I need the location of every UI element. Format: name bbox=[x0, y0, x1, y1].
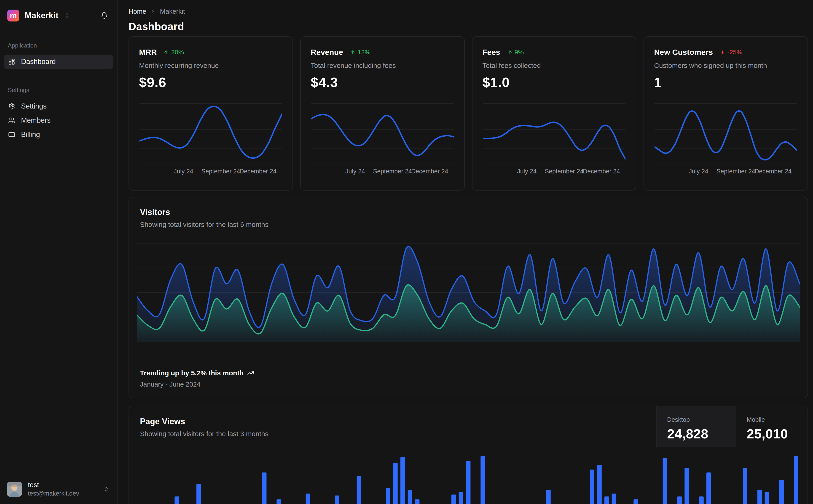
sidebar-nav: Application Dashboard Settings Settings bbox=[0, 42, 117, 142]
main-content: Home Makerkit Dashboard MRR 20% Monthly … bbox=[117, 0, 813, 504]
sidebar-item-label: Dashboard bbox=[21, 58, 56, 66]
page-views-card: Page Views Showing total visitors for th… bbox=[128, 406, 808, 504]
visitors-area-chart bbox=[137, 241, 800, 342]
trending-up-icon bbox=[247, 370, 254, 377]
stat-card-new-customers: New Customers -25% Customers who signed … bbox=[644, 36, 808, 191]
page-views-bar-chart bbox=[137, 453, 800, 504]
page-title: Dashboard bbox=[128, 20, 808, 33]
sidebar-header: m Makerkit bbox=[0, 0, 117, 21]
arrow-up-icon bbox=[163, 50, 169, 55]
stat-delta-badge: 9% bbox=[507, 49, 524, 56]
stat-description: Monthly recurring revenue bbox=[139, 62, 283, 69]
page-views-title: Page Views bbox=[140, 417, 645, 426]
sidebar-item-label: Members bbox=[21, 116, 50, 125]
toggle-desktop[interactable]: Desktop 24,828 bbox=[656, 406, 736, 447]
stat-description: Customers who signed up this month bbox=[654, 62, 797, 69]
workspace-switcher[interactable]: m Makerkit bbox=[7, 10, 70, 21]
sparkline-x-axis: July 24 September 24 December 24 bbox=[654, 168, 797, 175]
gear-icon bbox=[8, 103, 15, 110]
new-customers-sparkline-chart bbox=[655, 102, 797, 164]
stat-value: $9.6 bbox=[139, 74, 283, 90]
sidebar-item-label: Billing bbox=[21, 130, 40, 139]
revenue-sparkline-chart bbox=[311, 102, 454, 164]
stat-card-mrr: MRR 20% Monthly recurring revenue $9.6 J… bbox=[128, 36, 293, 191]
toggle-value: 24,828 bbox=[667, 426, 736, 441]
stat-title: MRR bbox=[139, 48, 157, 57]
stat-description: Total revenue including fees bbox=[311, 62, 454, 69]
sparkline-x-axis: July 24 September 24 December 24 bbox=[139, 168, 283, 175]
visitors-header: Visitors Showing total visitors for the … bbox=[129, 207, 808, 228]
chevrons-up-down-icon bbox=[64, 13, 70, 19]
workspace-name: Makerkit bbox=[25, 11, 58, 20]
page-views-header: Page Views Showing total visitors for th… bbox=[129, 406, 808, 447]
stat-cards-row: MRR 20% Monthly recurring revenue $9.6 J… bbox=[128, 36, 808, 191]
stat-value: 1 bbox=[654, 74, 797, 90]
toggle-label: Desktop bbox=[667, 416, 736, 423]
breadcrumb: Home Makerkit bbox=[128, 8, 808, 15]
fees-sparkline-chart bbox=[483, 102, 626, 164]
sidebar-item-billing[interactable]: Billing bbox=[4, 127, 113, 142]
toggle-value: 25,010 bbox=[747, 426, 808, 441]
stat-delta-badge: -25% bbox=[720, 49, 742, 56]
mrr-sparkline-chart bbox=[139, 102, 282, 164]
stat-card-fees: Fees 9% Total fees collected $1.0 July 2… bbox=[472, 36, 637, 191]
sidebar-item-members[interactable]: Members bbox=[4, 113, 113, 127]
visitors-footer: Trending up by 5.2% this month January -… bbox=[129, 369, 808, 388]
nav-section-application: Application bbox=[4, 42, 113, 49]
user-meta: test test@makerkit.dev bbox=[28, 481, 97, 497]
visitors-title: Visitors bbox=[140, 207, 797, 217]
stat-title: Revenue bbox=[311, 48, 343, 57]
user-email: test@makerkit.dev bbox=[28, 490, 97, 497]
logo-letter: m bbox=[10, 11, 17, 20]
stat-card-revenue: Revenue 12% Total revenue including fees… bbox=[300, 36, 465, 191]
user-menu-button[interactable]: test test@makerkit.dev bbox=[0, 475, 117, 504]
visitors-trend-text: Trending up by 5.2% this month bbox=[140, 369, 244, 377]
stat-title: New Customers bbox=[654, 48, 713, 57]
toggle-label: Mobile bbox=[747, 416, 808, 423]
makerkit-logo: m bbox=[7, 10, 19, 21]
sidebar-item-label: Settings bbox=[21, 102, 47, 110]
stat-value: $1.0 bbox=[482, 74, 626, 90]
arrow-up-icon bbox=[350, 50, 355, 55]
sparkline-x-axis: July 24 September 24 December 24 bbox=[311, 168, 454, 175]
users-icon bbox=[8, 117, 15, 124]
arrow-down-icon bbox=[720, 50, 725, 55]
breadcrumb-current[interactable]: Makerkit bbox=[160, 8, 185, 15]
stat-delta-badge: 20% bbox=[163, 49, 184, 56]
sidebar-item-dashboard[interactable]: Dashboard bbox=[4, 55, 113, 69]
stat-description: Total fees collected bbox=[482, 62, 626, 69]
stat-title: Fees bbox=[482, 48, 500, 57]
credit-card-icon bbox=[8, 131, 15, 138]
sidebar: m Makerkit Application Dashboard Setting… bbox=[0, 0, 117, 504]
arrow-up-icon bbox=[507, 50, 512, 55]
visitors-card: Visitors Showing total visitors for the … bbox=[128, 197, 808, 398]
breadcrumb-home-link[interactable]: Home bbox=[128, 8, 146, 15]
avatar bbox=[7, 482, 22, 497]
chevron-right-icon bbox=[150, 9, 156, 14]
visitors-date-range: January - June 2024 bbox=[140, 381, 797, 388]
sparkline-x-axis: July 24 September 24 December 24 bbox=[482, 168, 626, 175]
chevrons-up-down-icon bbox=[103, 486, 109, 492]
page-views-subtitle: Showing total visitors for the last 3 mo… bbox=[140, 430, 645, 438]
stat-value: $4.3 bbox=[311, 74, 454, 90]
stat-delta-badge: 12% bbox=[350, 49, 370, 56]
sidebar-item-settings[interactable]: Settings bbox=[4, 99, 113, 113]
dashboard-icon bbox=[8, 58, 15, 65]
notifications-bell-button[interactable] bbox=[101, 12, 108, 19]
toggle-mobile[interactable]: Mobile 25,010 bbox=[736, 406, 808, 447]
visitors-subtitle: Showing total visitors for the last 6 mo… bbox=[140, 221, 797, 228]
user-name: test bbox=[28, 481, 97, 489]
nav-section-settings: Settings bbox=[4, 87, 113, 94]
